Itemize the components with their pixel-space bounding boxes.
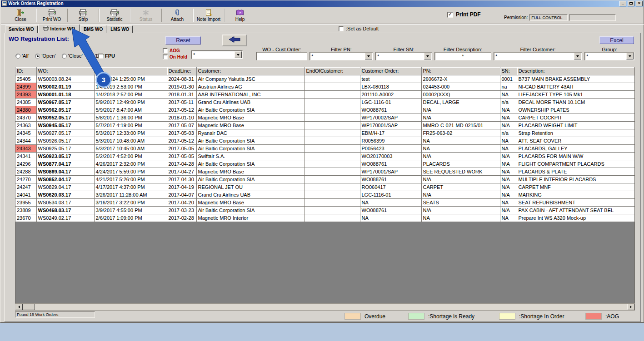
table-row[interactable]: 24296WS0877.04.174/26/2017 2:32:00 PM201… <box>15 160 635 168</box>
aog-checkbox-group[interactable]: AOG <box>163 48 180 53</box>
grid-header-id[interactable]: ID: <box>15 67 36 75</box>
toolbar-separator <box>161 9 162 22</box>
dropdown-arrow-icon[interactable] <box>574 53 581 59</box>
filter-combo-value: * <box>586 54 626 59</box>
grid-header-customer[interactable]: Customer: <box>196 67 305 75</box>
filter-combo-filter-customer[interactable]: * <box>494 52 582 60</box>
reset-button[interactable]: Reset <box>165 36 201 44</box>
cell-pn: NA <box>421 144 500 152</box>
toolbar-button-statistic[interactable]: Statistic <box>100 8 129 23</box>
table-row[interactable]: 24247WS0829.04.174/17/2017 4:37:00 PM201… <box>15 183 635 191</box>
toolbar-button-close[interactable]: Close <box>6 8 35 23</box>
set-as-default-checkbox[interactable] <box>339 26 344 31</box>
toolbar-button-help[interactable]: ?Help <box>225 8 255 23</box>
table-row[interactable]: 24363WS0945.05.175/7/2017 4:19:00 PM2017… <box>15 121 635 129</box>
printer-icon <box>47 9 56 16</box>
table-row[interactable]: 24270WS0852.04.174/21/2017 5:26:00 PM201… <box>15 175 635 183</box>
table-row[interactable]: 24288WS0869.04.174/24/2017 5:59:00 PM201… <box>15 168 635 175</box>
cell-customer_order: LGC-1116-01 <box>360 191 421 198</box>
toolbar-button-label: Note Import <box>197 17 220 22</box>
dropdown-arrow-icon[interactable] <box>424 53 431 59</box>
tab-interior-wo[interactable]: Interior WO <box>38 24 80 33</box>
table-row[interactable]: 24393WS0001.01.181/4/2018 2:57:00 PM2018… <box>15 90 635 98</box>
table-row[interactable]: 24341WS0923.05.175/2/2017 4:52:00 PM2017… <box>15 152 635 160</box>
table-row[interactable]: 24385WS0967.05.175/9/2017 12:49:00 PM201… <box>15 98 635 106</box>
dropdown-arrow-icon[interactable] <box>626 53 634 59</box>
minimize-button[interactable]: _ <box>619 1 626 6</box>
table-row[interactable]: 25405WS0003.08.248/24/2024 1:25:00 PM202… <box>15 75 635 83</box>
tab-lms-wo[interactable]: LMS WO <box>107 25 133 33</box>
dropdown-arrow-icon[interactable] <box>365 53 372 59</box>
cell-sn: N/A <box>500 114 517 121</box>
radio-close[interactable]: 'Close' <box>62 53 83 59</box>
dropdown-arrow-icon[interactable] <box>235 51 242 58</box>
radio-all[interactable]: 'All' <box>15 53 29 59</box>
grid-header-wo[interactable]: WO: <box>36 67 94 75</box>
quick-filter-combo[interactable]: * <box>191 50 243 59</box>
cell-customer: Ryanair DAC <box>196 129 305 137</box>
grid-header-endofcustomer[interactable]: EndOfCustomer: <box>305 67 360 75</box>
grid-header-sn[interactable]: SN: <box>500 67 517 75</box>
excel-button[interactable]: Excel <box>599 36 634 44</box>
grid-header-col-2[interactable] <box>94 67 167 75</box>
cell-end_customer <box>305 106 360 114</box>
table-row[interactable]: 24345WS0927.05.175/3/2017 12:33:00 PM201… <box>15 129 635 137</box>
filter-input-wo-cust-order[interactable] <box>256 52 307 60</box>
on-hold-checkbox-group[interactable]: On Hold <box>163 54 187 59</box>
aog-checkbox[interactable] <box>163 48 168 53</box>
table-row[interactable]: 24370WS0952.05.175/8/2017 1:36:00 PM2018… <box>15 114 635 121</box>
back-button[interactable] <box>222 35 247 46</box>
on-hold-label: On Hold <box>170 54 187 59</box>
table-row[interactable]: 24343WS0925.05.175/3/2017 10:45:00 AM201… <box>15 144 635 152</box>
cell-pn: NA <box>421 214 500 222</box>
grid-header-customer-order[interactable]: Customer Order: <box>360 67 421 75</box>
table-row[interactable]: 24344WS0926.05.175/3/2017 10:48:00 AM201… <box>15 137 635 144</box>
filter-combo-filter-sn[interactable]: * <box>375 52 432 60</box>
scrollbar-track[interactable] <box>35 304 627 310</box>
toolbar-button-status[interactable]: Status <box>131 8 160 23</box>
cell-customer: Air Baltic Corporation SIA <box>196 137 305 144</box>
work-orders-grid: ID:WO:DeadLine:Customer:EndOfCustomer:Cu… <box>15 67 635 303</box>
filter-input-filter-description[interactable]: * <box>434 52 491 60</box>
printer-icon <box>43 26 49 32</box>
legend-item-aog: :AOG <box>585 313 619 320</box>
table-row[interactable]: 23889WS0468.03.173/9/2017 4:55:00 PM2017… <box>15 206 635 214</box>
cell-description: SEAT REFURBISHMENT <box>517 198 635 206</box>
filter-combo-filter-pn[interactable]: * <box>310 52 373 60</box>
grid-header-description[interactable]: Description: <box>517 67 635 75</box>
print-pdf-checkbox[interactable] <box>447 12 453 18</box>
cell-pn: SEATS <box>421 198 500 206</box>
close-window-button[interactable]: × <box>636 1 643 6</box>
toolbar-button-attach[interactable]: Attach <box>163 8 192 23</box>
fpu-checkbox[interactable] <box>98 54 103 59</box>
scroll-left-button[interactable] <box>15 304 23 310</box>
table-row[interactable]: 24041WS0620.03.173/26/2017 11:28:00 AM20… <box>15 191 635 198</box>
fpu-checkbox-group[interactable]: FPU <box>98 53 115 59</box>
cell-customer: Air Baltic Corporation SIA <box>196 160 305 168</box>
table-row[interactable]: 23955WS0534.03.173/16/2017 3:22:00 PM201… <box>15 198 635 206</box>
cell-end_customer <box>305 183 360 191</box>
scroll-right-button[interactable] <box>627 304 634 310</box>
toolbar-button-print-wo[interactable]: Print WO <box>37 8 66 23</box>
tab-service-wo[interactable]: Service WO <box>5 25 38 33</box>
cell-customer: Magnetic MRO Base <box>196 114 305 121</box>
grid-header-pn[interactable]: PN: <box>421 67 500 75</box>
horizontal-scrollbar[interactable] <box>15 303 635 311</box>
radio-label: 'All' <box>22 53 29 59</box>
svg-text:?: ? <box>239 10 241 15</box>
filter-combo-group[interactable]: * <box>584 52 634 60</box>
cell-deadline: 2017-05-05 <box>167 144 196 152</box>
found-count-text: Found 19 Work Orders <box>17 312 58 317</box>
cell-description: ATT. SEAT COVER <box>517 137 635 144</box>
on-hold-checkbox[interactable] <box>163 54 168 59</box>
restore-button[interactable] <box>628 1 634 6</box>
toolbar-button-note-import[interactable]: Note Import <box>194 8 223 23</box>
grid-header-deadline[interactable]: DeadLine: <box>167 67 196 75</box>
toolbar-button-strip[interactable]: Strip <box>69 8 98 23</box>
scrollbar-thumb[interactable] <box>23 304 35 310</box>
radio-open[interactable]: 'Open' <box>35 53 55 59</box>
tab-bms-wo[interactable]: BMS WO <box>80 25 106 33</box>
table-row[interactable]: 24399WS0002.01.191/4/2019 2:53:00 PM2019… <box>15 83 635 90</box>
table-row[interactable]: 24380WS0962.05.175/9/2017 8:47:00 AM2017… <box>15 106 635 114</box>
table-row[interactable]: 23670WS0249.02.172/6/2017 1:09:00 PM2017… <box>15 214 635 222</box>
